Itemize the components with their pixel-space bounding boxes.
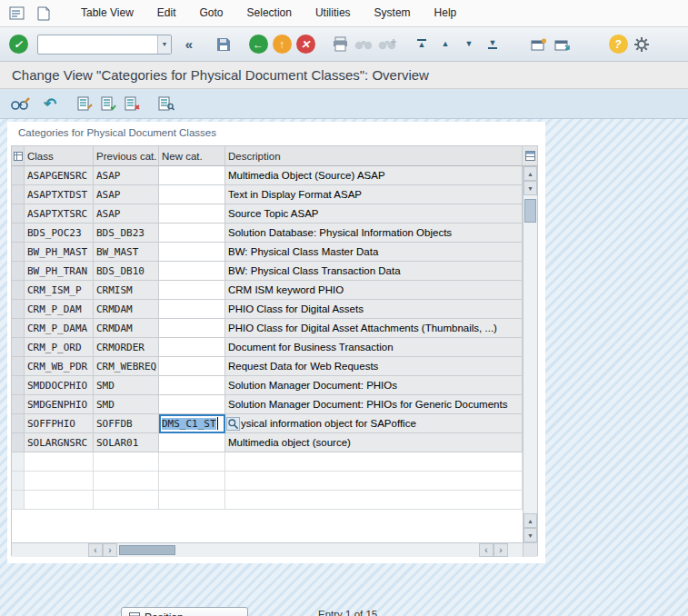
column-header-previous-cat[interactable]: Previous cat.	[94, 146, 159, 166]
scroll-right-icon[interactable]: ›	[103, 543, 117, 557]
cell-class[interactable]: SMDGENPHIO	[25, 395, 94, 414]
cell-new-cat[interactable]	[159, 433, 225, 452]
exit-button[interactable]: ↑	[271, 33, 293, 56]
horizontal-scroll-thumb[interactable]	[119, 545, 175, 555]
select-all-icon[interactable]	[74, 92, 95, 115]
cell-previous-cat[interactable]: BW_MAST	[94, 243, 159, 262]
row-selector[interactable]	[12, 281, 25, 300]
enter-button[interactable]: ✓	[7, 33, 29, 56]
cell-new-cat[interactable]	[159, 262, 225, 281]
print-icon[interactable]	[329, 33, 351, 56]
cell-class[interactable]: ASAPGENSRC	[25, 166, 94, 185]
cell-class[interactable]: CRM_P_DAMA	[25, 319, 94, 338]
cell-class[interactable]: CRM_P_ORD	[25, 338, 94, 357]
cell-class[interactable]: CRM_P_DAM	[25, 300, 94, 319]
cell-class[interactable]: CRM_ISM_P	[25, 281, 94, 300]
cell-new-cat[interactable]	[159, 185, 225, 204]
collapse-command-icon[interactable]: «	[178, 33, 200, 56]
undo-icon[interactable]: ↶	[39, 92, 61, 115]
cell-class[interactable]: ASAPTXTSRC	[25, 204, 94, 224]
row-selector[interactable]	[12, 204, 25, 224]
customize-layout-icon[interactable]	[631, 33, 653, 56]
desc-scroll-left-icon[interactable]: ‹	[479, 543, 494, 557]
cell-new-cat[interactable]	[159, 281, 225, 300]
cell-class[interactable]: BW_PH_TRAN	[25, 262, 94, 281]
select-all-corner-icon[interactable]	[12, 146, 25, 166]
search-help-icon[interactable]	[226, 417, 240, 431]
scroll-down-bottom-icon[interactable]: ▼	[523, 528, 537, 542]
cell-new-cat[interactable]	[159, 300, 225, 319]
row-selector[interactable]	[12, 338, 25, 357]
cell-new-cat[interactable]	[159, 376, 225, 395]
find-icon[interactable]	[353, 33, 374, 56]
row-selector[interactable]	[12, 376, 25, 395]
cell-class[interactable]: SOFFPHIO	[25, 414, 94, 433]
desc-scroll-right-icon[interactable]: ›	[494, 543, 508, 557]
next-page-icon[interactable]: ▼	[458, 33, 480, 56]
cell-new-cat[interactable]	[159, 243, 225, 262]
menu-system[interactable]: System	[363, 0, 423, 26]
row-selector[interactable]	[12, 414, 25, 433]
menu-utilities[interactable]: Utilities	[304, 0, 363, 26]
last-page-icon[interactable]: ▼	[482, 33, 504, 56]
cell-previous-cat[interactable]: BDS_DB10	[94, 262, 159, 281]
cell-new-cat[interactable]	[159, 357, 225, 376]
scroll-left-icon[interactable]: ‹	[88, 543, 103, 557]
scroll-down-icon[interactable]: ▼	[523, 181, 537, 195]
row-selector[interactable]	[12, 224, 25, 243]
save-icon[interactable]	[213, 33, 234, 56]
command-dropdown-icon[interactable]: ▼	[157, 35, 171, 54]
cell-class[interactable]: BDS_POC23	[25, 224, 94, 243]
deselect-all-icon[interactable]	[121, 92, 143, 115]
new-session-icon[interactable]	[527, 33, 549, 56]
command-input[interactable]	[38, 36, 157, 53]
cell-previous-cat[interactable]: ASAP	[94, 166, 159, 185]
cell-new-cat[interactable]	[159, 338, 225, 357]
row-selector[interactable]	[12, 243, 25, 262]
cell-class[interactable]: SMDDOCPHIO	[25, 376, 94, 395]
cell-previous-cat[interactable]: SMD	[94, 395, 159, 414]
vertical-scroll-thumb[interactable]	[524, 199, 536, 223]
horizontal-scrollbar[interactable]: ‹ › ‹ ›	[12, 542, 537, 557]
cell-class[interactable]: SOLARGNSRC	[25, 433, 94, 452]
cell-class[interactable]: ASAPTXTDST	[25, 185, 94, 204]
vertical-scrollbar[interactable]: ▲ ▼ ▲ ▼	[523, 166, 537, 542]
first-page-icon[interactable]: ▲	[411, 33, 433, 56]
cancel-button[interactable]: ✕	[294, 33, 316, 56]
variable-list-icon[interactable]	[155, 92, 177, 115]
back-button[interactable]: ←	[247, 33, 269, 56]
menu-goto[interactable]: Goto	[188, 0, 235, 26]
gui-window-icon[interactable]	[35, 5, 53, 23]
cell-new-cat-focused[interactable]: DMS_C1_ST	[159, 414, 225, 433]
cell-previous-cat[interactable]: CRMISM	[94, 281, 159, 300]
display-change-toggle-icon[interactable]	[9, 92, 31, 115]
cell-new-cat[interactable]	[159, 224, 225, 243]
scroll-up-bottom-icon[interactable]: ▲	[523, 513, 537, 528]
cell-previous-cat[interactable]: SOFFDB	[94, 414, 159, 433]
row-selector[interactable]	[12, 300, 25, 319]
previous-page-icon[interactable]: ▲	[434, 33, 456, 56]
menu-table-view[interactable]: Table View	[69, 0, 145, 26]
cell-new-cat[interactable]	[159, 395, 225, 414]
row-selector[interactable]	[12, 395, 25, 414]
cell-new-cat[interactable]	[159, 319, 225, 338]
cell-previous-cat[interactable]: CRMDAM	[94, 319, 159, 338]
create-shortcut-icon[interactable]	[551, 33, 573, 56]
menu-selection[interactable]: Selection	[235, 0, 304, 26]
select-block-icon[interactable]	[97, 92, 119, 115]
cell-previous-cat[interactable]: CRM_WEBREQ	[94, 357, 159, 376]
system-menu-icon[interactable]	[8, 5, 26, 23]
row-selector[interactable]	[12, 262, 25, 281]
cell-previous-cat[interactable]: CRMORDER	[94, 338, 159, 357]
help-button[interactable]: ?	[607, 33, 629, 56]
row-selector[interactable]	[12, 185, 25, 204]
column-header-description[interactable]: Description	[225, 146, 523, 166]
scroll-up-icon[interactable]: ▲	[523, 166, 537, 181]
row-selector[interactable]	[12, 319, 25, 338]
row-selector[interactable]	[12, 433, 25, 452]
menu-edit[interactable]: Edit	[145, 0, 188, 26]
cell-class[interactable]: BW_PH_MAST	[25, 243, 94, 262]
table-config-icon[interactable]	[523, 146, 537, 166]
find-next-icon[interactable]	[376, 33, 398, 56]
cell-new-cat[interactable]	[159, 166, 225, 185]
